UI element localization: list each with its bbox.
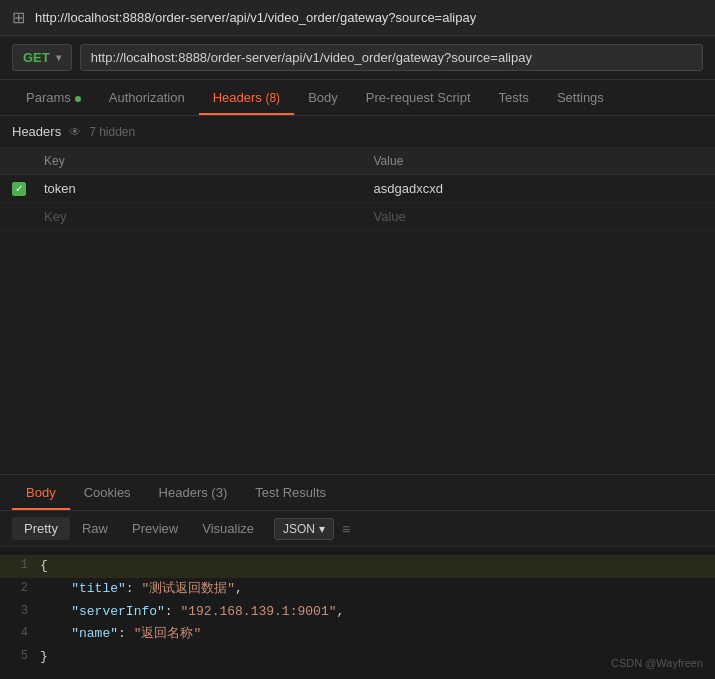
line-num-1: 1 [0,556,40,575]
line-num-5: 5 [0,647,40,666]
row-value-empty[interactable]: Value [374,209,704,224]
response-headers-badge: (3) [211,485,227,500]
table-row: ✓ token asdgadxcxd [0,175,715,203]
code-line-5: 5 } [0,646,715,669]
code-line-3: 3 "serverInfo": "192.168.139.1:9001", [0,601,715,624]
code-content-4: "name": "返回名称" [40,624,715,645]
tab-pre-request-label: Pre-request Script [366,90,471,105]
headers-section: Headers 👁 7 hidden [0,116,715,148]
top-bar: ⊞ http://localhost:8888/order-server/api… [0,0,715,36]
response-tab-cookies[interactable]: Cookies [70,475,145,510]
row-checkbox[interactable]: ✓ [12,182,26,196]
url-input[interactable] [80,44,703,71]
code-key-serverinfo: "serverInfo" [71,604,165,619]
watermark: CSDN @Wayfreen [611,657,703,669]
colon-2: : [126,581,142,596]
top-bar-url: http://localhost:8888/order-server/api/v… [35,10,476,25]
tab-authorization[interactable]: Authorization [95,80,199,115]
headers-label: Headers [12,124,61,139]
empty-space [0,231,715,474]
main-content: GET ▾ Params Authorization Headers (8) B… [0,36,715,677]
tab-tests[interactable]: Tests [485,80,543,115]
params-dot [75,96,81,102]
code-val-name: "返回名称" [134,626,202,641]
method-label: GET [23,50,50,65]
json-format-label: JSON [283,522,315,536]
check-icon: ✓ [15,183,23,194]
code-val-title: "测试返回数据" [141,581,235,596]
format-tab-visualize[interactable]: Visualize [190,517,266,540]
format-visualize-label: Visualize [202,521,254,536]
table-header-row: Key Value [0,148,715,175]
response-tab-test-results-label: Test Results [255,485,326,500]
request-tabs-bar: Params Authorization Headers (8) Body Pr… [0,80,715,116]
json-format-select[interactable]: JSON ▾ [274,518,334,540]
format-tab-raw[interactable]: Raw [70,517,120,540]
code-content-3: "serverInfo": "192.168.139.1:9001", [40,602,715,623]
code-line-2: 2 "title": "测试返回数据", [0,578,715,601]
row-value[interactable]: asdgadxcxd [374,181,704,196]
format-tab-preview[interactable]: Preview [120,517,190,540]
code-val-serverinfo: "192.168.139.1:9001" [180,604,336,619]
response-tab-body-label: Body [26,485,56,500]
line-num-4: 4 [0,624,40,643]
tab-tests-label: Tests [499,90,529,105]
tab-headers-badge: (8) [265,91,280,105]
method-arrow: ▾ [56,52,61,63]
response-tab-headers-label: Headers (3) [159,485,228,500]
filter-icon[interactable]: ≡ [342,521,350,537]
open-brace: { [40,558,48,573]
colon-4: : [118,626,134,641]
response-tab-body[interactable]: Body [12,475,70,510]
line-num-2: 2 [0,579,40,598]
code-content-1: { [40,556,715,577]
col-key-header: Key [12,154,374,168]
window-icon: ⊞ [12,8,25,27]
comma-3: , [336,604,344,619]
code-line-4: 4 "name": "返回名称" [0,623,715,646]
format-raw-label: Raw [82,521,108,536]
code-content-2: "title": "测试返回数据", [40,579,715,600]
eye-icon[interactable]: 👁 [69,125,81,139]
comma-2: , [235,581,243,596]
code-key-name: "name" [71,626,118,641]
format-pretty-label: Pretty [24,521,58,536]
tab-headers[interactable]: Headers (8) [199,80,294,115]
tab-params[interactable]: Params [12,80,95,115]
hidden-count: 7 hidden [89,125,135,139]
tab-settings[interactable]: Settings [543,80,618,115]
format-tab-pretty[interactable]: Pretty [12,517,70,540]
response-tabs-bar: Body Cookies Headers (3) Test Results [0,475,715,511]
tab-body-label: Body [308,90,338,105]
response-tab-test-results[interactable]: Test Results [241,475,340,510]
tab-body[interactable]: Body [294,80,352,115]
col-value-header: Value [374,154,704,168]
tab-authorization-label: Authorization [109,90,185,105]
row-key-empty[interactable]: Key [44,209,374,224]
format-preview-label: Preview [132,521,178,536]
tab-settings-label: Settings [557,90,604,105]
checkbox-cell: ✓ [12,182,44,196]
response-tab-cookies-label: Cookies [84,485,131,500]
line-num-3: 3 [0,602,40,621]
code-line-1: 1 { [0,555,715,578]
close-brace: } [40,649,48,664]
code-key-title: "title" [71,581,126,596]
code-area: 1 { 2 "title": "测试返回数据", 3 "serverInfo":… [0,547,715,677]
tab-params-label: Params [26,90,71,105]
format-bar: Pretty Raw Preview Visualize JSON ▾ ≡ [0,511,715,547]
method-select[interactable]: GET ▾ [12,44,72,71]
tab-pre-request-script[interactable]: Pre-request Script [352,80,485,115]
headers-table: ✓ token asdgadxcxd Key Value [0,175,715,231]
colon-3: : [165,604,181,619]
request-bar: GET ▾ [0,36,715,80]
response-tab-headers[interactable]: Headers (3) [145,475,242,510]
row-key[interactable]: token [44,181,374,196]
json-format-arrow: ▾ [319,522,325,536]
tab-headers-label: Headers [213,90,262,105]
table-row-empty: Key Value [0,203,715,231]
